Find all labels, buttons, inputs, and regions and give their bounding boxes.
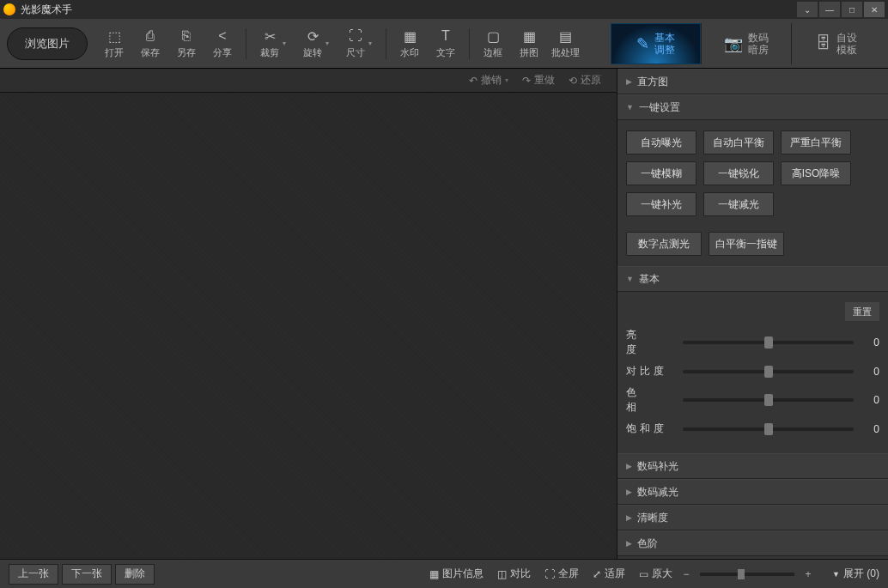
saturation-slider[interactable] [683,427,854,431]
batch-button[interactable]: ▤批处理 [549,27,581,59]
section-histogram[interactable]: ▶直方图 [617,69,888,94]
section-dim-light[interactable]: ▶数码减光 [617,479,888,505]
dropdown-button[interactable]: ⌄ [797,2,818,17]
open-icon: ⬚ [106,27,123,45]
redo-icon: ↷ [522,75,531,87]
minimize-button[interactable]: — [819,2,840,17]
hue-value: 0 [862,394,879,406]
text-button[interactable]: T文字 [429,27,462,59]
next-image-button[interactable]: 下一张 [62,564,112,585]
oneclick-dim-light-button[interactable]: 一键减光 [703,192,774,216]
chevron-down-icon: ▼ [832,570,840,579]
delete-image-button[interactable]: 删除 [115,564,155,585]
tab-digital-darkroom[interactable]: 📷 数码暗房 [701,23,791,64]
browse-images-button[interactable]: 浏览图片 [7,27,88,60]
original-size-button[interactable]: ▭原大 [639,567,672,581]
auto-whitebalance-button[interactable]: 自动白平衡 [703,130,774,155]
edit-icon: ✎ [636,34,649,53]
restore-button[interactable]: ⟲还原 [569,73,601,88]
save-icon: ⎙ [142,27,159,45]
contrast-label: 对比度 [626,364,674,379]
section-oneclick[interactable]: ▼一键设置 [617,94,888,120]
brightness-slider[interactable] [683,341,854,344]
brightness-value: 0 [862,336,879,349]
fullscreen-button[interactable]: ⛶全屏 [544,567,579,581]
hue-slider[interactable] [683,398,854,402]
oneclick-blur-button[interactable]: 一键模糊 [626,161,696,185]
size-button[interactable]: ⛶尺寸▾ [339,27,379,59]
section-fill-light[interactable]: ▶数码补光 [617,453,888,479]
collage-button[interactable]: ▦拼图 [513,27,545,59]
image-canvas[interactable] [0,93,617,559]
save-button[interactable]: ⎙保存 [134,27,167,59]
triangle-down-icon: ▼ [626,275,634,283]
triangle-right-icon: ▶ [626,513,632,522]
triangle-down-icon: ▼ [626,103,634,112]
oneclick-fill-light-button[interactable]: 一键补光 [626,192,696,216]
expand-panel-button[interactable]: ▼展开 (0) [832,567,879,581]
open-button[interactable]: ⬚打开 [98,27,131,59]
fit-screen-button[interactable]: ⤢适屏 [593,567,625,581]
hue-label: 色相 [626,385,674,415]
whitebalance-onekey-button[interactable]: 白平衡一指键 [709,232,784,256]
chevron-down-icon: ▾ [505,76,508,84]
contrast-value: 0 [862,366,879,378]
auto-exposure-button[interactable]: 自动曝光 [626,130,696,155]
right-panel: ▶直方图 ▼一键设置 自动曝光 自动白平衡 严重白平衡 一键模糊 一键锐化 高I… [617,69,888,559]
zoom-slider[interactable] [700,573,794,576]
section-clarity[interactable]: ▶清晰度 [617,505,888,530]
bottom-bar: 上一张 下一张 删除 ▦图片信息 ◫对比 ⛶全屏 ⤢适屏 ▭原大 − + ▼展开… [0,559,888,588]
rotate-button[interactable]: ⟳旋转▾ [296,27,336,59]
triangle-right-icon: ▶ [626,77,632,86]
fit-icon: ⤢ [593,568,601,580]
crop-button[interactable]: ✂裁剪▾ [253,27,293,59]
zoom-in-button[interactable]: + [801,568,815,580]
tab-basic-adjust[interactable]: ✎ 基本调整 [611,23,701,64]
saveas-icon: ⎘ [178,27,195,45]
watermark-button[interactable]: ▦水印 [393,27,426,59]
border-icon: ▢ [484,27,502,45]
compare-icon: ◫ [497,568,507,580]
collage-icon: ▦ [520,27,538,45]
app-title: 光影魔术手 [21,3,72,17]
saturation-value: 0 [862,423,879,435]
maximize-button[interactable]: □ [842,2,862,17]
rotate-icon: ⟳ [304,27,321,45]
section-levels[interactable]: ▶色阶 [617,530,888,556]
crop-icon: ✂ [261,27,278,45]
saturation-label: 饱和度 [626,421,674,436]
zoom-out-button[interactable]: − [679,568,693,580]
section-basic[interactable]: ▼基本 [617,266,888,292]
share-button[interactable]: <分享 [206,27,239,59]
redo-button[interactable]: ↷重做 [522,73,555,88]
high-iso-denoise-button[interactable]: 高ISO降噪 [781,161,851,185]
camera-icon: 📷 [724,34,743,53]
orig-icon: ▭ [639,568,648,580]
batch-icon: ▤ [557,27,574,45]
template-icon: 🗄 [816,34,831,52]
history-bar: ↶撤销▾ ↷重做 ⟲还原 [0,69,617,93]
oneclick-sharpen-button[interactable]: 一键锐化 [703,161,774,185]
contrast-slider[interactable] [683,370,854,373]
fullscreen-icon: ⛶ [544,568,555,580]
close-button[interactable]: ✕ [864,2,885,17]
image-info-button[interactable]: ▦图片信息 [429,567,484,581]
brightness-label: 亮度 [626,328,674,357]
severe-whitebalance-button[interactable]: 严重白平衡 [781,130,851,155]
info-icon: ▦ [429,568,439,580]
reset-button[interactable]: 重置 [845,302,879,321]
titlebar: 光影魔术手 ⌄ — □ ✕ [0,0,888,19]
chevron-down-icon: ▾ [283,39,286,47]
prev-image-button[interactable]: 上一张 [9,564,58,585]
share-icon: < [214,27,231,45]
tab-custom-templates[interactable]: 🗄 自设模板 [791,23,881,64]
watermark-icon: ▦ [401,27,418,45]
border-button[interactable]: ▢边框 [477,27,509,59]
main-area: ↶撤销▾ ↷重做 ⟲还原 ▶直方图 ▼一键设置 自动曝光 自动白平衡 严重白平衡… [0,69,888,559]
compare-button[interactable]: ◫对比 [497,567,531,581]
saveas-button[interactable]: ⎘另存 [170,27,203,59]
triangle-right-icon: ▶ [626,539,632,548]
undo-button[interactable]: ↶撤销▾ [469,73,508,88]
triangle-right-icon: ▶ [626,462,632,470]
digital-spot-meter-button[interactable]: 数字点测光 [626,232,702,256]
